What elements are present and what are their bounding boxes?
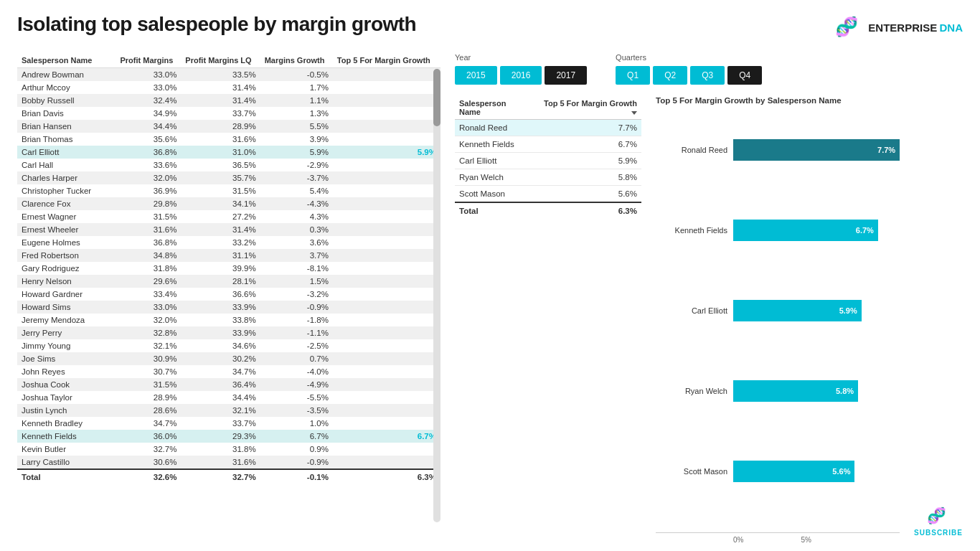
mini-table-row: Carl Elliott 5.9% — [455, 153, 641, 169]
cell-top5 — [333, 120, 440, 133]
cell-name: Carl Hall — [17, 159, 116, 171]
cell-mg: 1.7% — [260, 81, 333, 94]
cell-top5 — [333, 159, 440, 171]
table-row: Brian Hansen 34.4% 28.9% 5.5% — [17, 120, 440, 133]
bar-label: Ronald Reed — [656, 146, 727, 154]
table-row: Fred Robertson 34.8% 31.1% 3.7% — [17, 249, 440, 262]
cell-pm: 33.0% — [116, 301, 181, 314]
chart-x-axis: 0% 5% — [656, 532, 900, 544]
cell-name: Brian Thomas — [17, 133, 116, 146]
cell-top5 — [333, 404, 440, 417]
cell-mg: -2.5% — [260, 339, 333, 352]
cell-pmlq: 31.5% — [181, 184, 260, 197]
cell-pm: 33.0% — [116, 68, 181, 82]
bar-value: 7.7% — [877, 146, 895, 154]
cell-name: Ernest Wagner — [17, 210, 116, 223]
cell-name: Gary Rodriguez — [17, 262, 116, 275]
year-btn-2016[interactable]: 2016 — [500, 66, 542, 85]
cell-pm: 36.9% — [116, 184, 181, 197]
quarter-btn-Q3[interactable]: Q3 — [690, 66, 725, 85]
cell-mg: -4.0% — [260, 365, 333, 378]
cell-name: Howard Sims — [17, 301, 116, 314]
cell-mg: -3.2% — [260, 288, 333, 301]
year-btn-2017[interactable]: 2017 — [545, 66, 587, 85]
scrollbar-thumb[interactable] — [433, 69, 440, 126]
cell-name: Brian Davis — [17, 107, 116, 120]
cell-mg: -4.9% — [260, 378, 333, 391]
table-row: Clarence Fox 29.8% 34.1% -4.3% — [17, 197, 440, 210]
cell-pm: 29.8% — [116, 197, 181, 210]
cell-pm: 32.7% — [116, 443, 181, 456]
cell-pm: 36.0% — [116, 430, 181, 443]
cell-pmlq: 34.7% — [181, 365, 260, 378]
table-row: Gary Rodriguez 31.8% 39.9% -8.1% — [17, 262, 440, 275]
quarter-btn-Q1[interactable]: Q1 — [616, 66, 650, 85]
dna-icon: 🧬 — [834, 13, 862, 42]
main-content: Salesperson Name Profit Margins Profit M… — [17, 53, 963, 544]
col-header-name: Salesperson Name — [17, 53, 116, 68]
cell-mg: 3.9% — [260, 133, 333, 146]
cell-pmlq: 31.4% — [181, 223, 260, 236]
cell-name: Eugene Holmes — [17, 236, 116, 249]
cell-pmlq: 31.0% — [181, 146, 260, 159]
bar-row: Kenneth Fields6.7% — [656, 220, 900, 241]
cell-top5 — [333, 339, 440, 352]
cell-pm: 28.9% — [116, 391, 181, 404]
cell-pmlq: 28.9% — [181, 120, 260, 133]
col-header-pmlq: Profit Margins LQ — [181, 53, 260, 68]
scrollbar-track[interactable] — [433, 69, 440, 522]
table-row: Ernest Wheeler 31.6% 31.4% 0.3% — [17, 223, 440, 236]
table-row: Ernest Wagner 31.5% 27.2% 4.3% — [17, 210, 440, 223]
quarter-btn-Q4[interactable]: Q4 — [727, 66, 762, 85]
cell-mg: -2.9% — [260, 159, 333, 171]
cell-pm: 31.8% — [116, 262, 181, 275]
cell-top5: 6.7% — [333, 430, 440, 443]
cell-name: Joshua Taylor — [17, 391, 116, 404]
cell-pm: 36.8% — [116, 236, 181, 249]
subscribe-area: 🧬 SUBSCRIBE — [914, 96, 963, 544]
cell-name: Ernest Wheeler — [17, 223, 116, 236]
mini-cell-value: 7.7% — [533, 120, 641, 136]
table-row: Carl Hall 33.6% 36.5% -2.9% — [17, 159, 440, 171]
bar-fill: 5.6% — [733, 461, 854, 482]
cell-pm: 28.6% — [116, 404, 181, 417]
cell-pm: 34.8% — [116, 249, 181, 262]
filters-row: Year 201520162017 Quarters Q1Q2Q3Q4 — [455, 53, 963, 85]
bar-value: 5.8% — [836, 387, 854, 395]
bar-label: Carl Elliott — [656, 306, 727, 315]
cell-name: John Reyes — [17, 365, 116, 378]
mini-cell-name: Scott Mason — [455, 186, 533, 203]
year-btn-2015[interactable]: 2015 — [455, 66, 497, 85]
cell-top5 — [333, 223, 440, 236]
cell-name: Bobby Russell — [17, 94, 116, 107]
table-row: Howard Gardner 33.4% 36.6% -3.2% — [17, 288, 440, 301]
footer-pmlq: 32.7% — [181, 469, 260, 484]
cell-mg: -3.7% — [260, 171, 333, 184]
table-row: Andrew Bowman 33.0% 33.5% -0.5% — [17, 68, 440, 82]
cell-pmlq: 33.8% — [181, 314, 260, 326]
cell-top5 — [333, 210, 440, 223]
table-row: Carl Elliott 36.8% 31.0% 5.9% 5.9% — [17, 146, 440, 159]
page-container: Isolating top salespeople by margin grow… — [0, 0, 980, 551]
cell-mg: -5.5% — [260, 391, 333, 404]
cell-top5 — [333, 314, 440, 326]
cell-pm: 32.0% — [116, 171, 181, 184]
table-row: Arthur Mccoy 33.0% 31.4% 1.7% — [17, 81, 440, 94]
subscribe-label: SUBSCRIBE — [914, 529, 963, 537]
footer-top5: 6.3% — [333, 469, 440, 484]
cell-name: Brian Hansen — [17, 120, 116, 133]
bar-track: 6.7% — [733, 220, 900, 241]
cell-top5 — [333, 365, 440, 378]
table-row: Jeremy Mendoza 32.0% 33.8% -1.8% — [17, 314, 440, 326]
cell-pmlq: 34.1% — [181, 197, 260, 210]
footer-pm: 32.6% — [116, 469, 181, 484]
cell-pmlq: 33.7% — [181, 107, 260, 120]
cell-pm: 33.4% — [116, 288, 181, 301]
quarter-btn-Q2[interactable]: Q2 — [653, 66, 687, 85]
cell-pmlq: 31.6% — [181, 133, 260, 146]
bar-row: Ronald Reed7.7% — [656, 139, 900, 161]
cell-top5 — [333, 171, 440, 184]
footer-label: Total — [17, 469, 116, 484]
svg-text:🧬: 🧬 — [835, 15, 859, 38]
x-label-5: 5% — [801, 536, 811, 544]
